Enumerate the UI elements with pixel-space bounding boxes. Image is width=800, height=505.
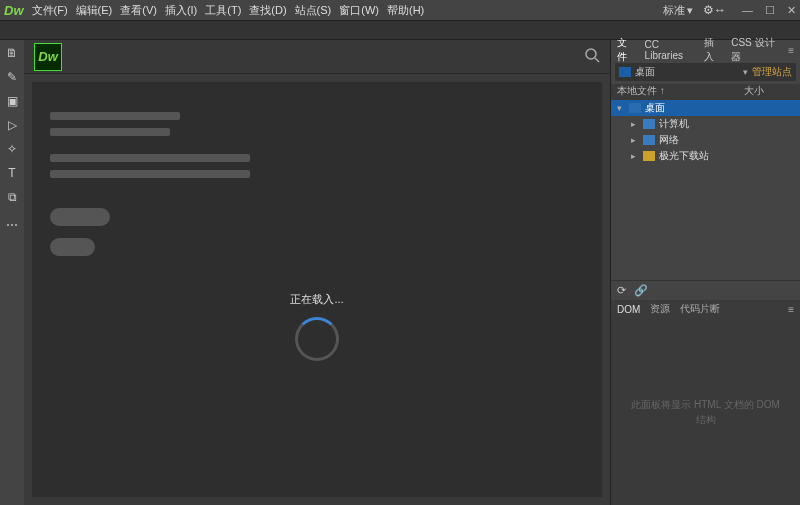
more-tools-icon[interactable]: ⋯ [5, 218, 19, 232]
copy-icon[interactable]: ⧉ [5, 190, 19, 204]
inspect-icon[interactable]: ▣ [5, 94, 19, 108]
tab-css-designer[interactable]: CSS 设计器 [731, 36, 778, 64]
svg-line-1 [595, 58, 599, 62]
sync-settings-icon[interactable]: ⚙↔ [703, 3, 726, 17]
tab-assets[interactable]: 资源 [650, 302, 670, 316]
type-icon[interactable]: T [5, 166, 19, 180]
menu-help[interactable]: 帮助(H) [387, 3, 424, 18]
chevron-down-icon: ▾ [743, 67, 748, 77]
expand-toggle-icon[interactable]: ▾ [617, 103, 625, 113]
tree-item-folder[interactable]: ▸ 极光下载站 [611, 148, 800, 164]
start-skeleton [32, 82, 602, 268]
tab-files[interactable]: 文件 [617, 36, 635, 64]
start-screen: 正在载入... [32, 82, 602, 497]
menu-file[interactable]: 文件(F) [32, 3, 68, 18]
panel-tabs-bottom: DOM 资源 代码片断 ≡ [611, 300, 800, 318]
svg-point-0 [586, 49, 596, 59]
tree-item-network[interactable]: ▸ 网络 [611, 132, 800, 148]
minimize-button[interactable]: — [742, 4, 753, 17]
menu-window[interactable]: 窗口(W) [339, 3, 379, 18]
expand-toggle-icon[interactable]: ▸ [631, 135, 639, 145]
right-panel-group: 文件 CC Libraries 插入 CSS 设计器 ≡ 桌面 ▾ 管理站点 本… [610, 40, 800, 505]
files-tree-empty [611, 170, 800, 280]
tab-insert[interactable]: 插入 [704, 36, 722, 64]
main-menu: 文件(F) 编辑(E) 查看(V) 插入(I) 工具(T) 查找(D) 站点(S… [32, 3, 425, 18]
manage-sites-link[interactable]: 管理站点 [752, 65, 792, 79]
files-column-headers: 本地文件 ↑ 大小 [611, 84, 800, 100]
link-icon[interactable]: 🔗 [634, 284, 648, 297]
maximize-button[interactable]: ☐ [765, 4, 775, 17]
loading-indicator: 正在载入... [32, 292, 602, 361]
files-tree: ▾ 桌面 ▸ 计算机 ▸ 网络 ▸ 极光下载站 [611, 100, 800, 170]
panel-menu-icon[interactable]: ≡ [788, 45, 794, 56]
left-tool-rail: 🗎 ✎ ▣ ▷ ✧ T ⧉ ⋯ [0, 40, 24, 505]
tree-label: 桌面 [645, 101, 665, 115]
expand-toggle-icon[interactable]: ▸ [631, 119, 639, 129]
computer-icon [643, 119, 655, 129]
tree-label: 网络 [659, 133, 679, 147]
tab-snippets[interactable]: 代码片断 [680, 302, 720, 316]
desktop-icon [629, 103, 641, 113]
network-icon [643, 135, 655, 145]
document-tab-bar: Dw [24, 40, 610, 74]
document-icon[interactable]: 🗎 [5, 46, 19, 60]
search-icon[interactable] [584, 47, 600, 66]
tree-root-desktop[interactable]: ▾ 桌面 [611, 100, 800, 116]
workspace-label: 标准 [663, 3, 685, 18]
tree-item-computer[interactable]: ▸ 计算机 [611, 116, 800, 132]
dom-panel-hint: 此面板将显示 HTML 文档的 DOM 结构 [611, 318, 800, 505]
menu-find[interactable]: 查找(D) [249, 3, 286, 18]
desktop-icon [619, 67, 631, 77]
menu-view[interactable]: 查看(V) [120, 3, 157, 18]
chevron-down-icon: ▾ [687, 4, 693, 17]
col-size[interactable]: 大小 [744, 84, 794, 100]
panel-tabs-top: 文件 CC Libraries 插入 CSS 设计器 ≡ [611, 40, 800, 60]
brush-icon[interactable]: ✎ [5, 70, 19, 84]
tab-dom[interactable]: DOM [617, 304, 640, 315]
tab-cc-libraries[interactable]: CC Libraries [645, 39, 694, 61]
dw-logo-tile: Dw [34, 43, 62, 71]
files-panel-toolbar: ⟳ 🔗 [611, 280, 800, 300]
tree-label: 极光下载站 [659, 149, 709, 163]
app-brand: Dw [4, 3, 24, 18]
workspace-switcher[interactable]: 标准 ▾ [663, 3, 693, 18]
menu-site[interactable]: 站点(S) [295, 3, 332, 18]
wand-icon[interactable]: ✧ [5, 142, 19, 156]
site-dropdown-label: 桌面 [635, 65, 655, 79]
folder-icon [643, 151, 655, 161]
expand-toggle-icon[interactable]: ▸ [631, 151, 639, 161]
spinner-icon [295, 317, 339, 361]
close-button[interactable]: ✕ [787, 4, 796, 17]
refresh-icon[interactable]: ⟳ [617, 284, 626, 297]
site-dropdown[interactable]: 桌面 ▾ 管理站点 [615, 63, 796, 81]
menu-edit[interactable]: 编辑(E) [76, 3, 113, 18]
panel-menu-icon[interactable]: ≡ [788, 304, 794, 315]
tree-label: 计算机 [659, 117, 689, 131]
loading-text: 正在载入... [290, 293, 343, 305]
col-local-files[interactable]: 本地文件 ↑ [617, 84, 744, 100]
preview-icon[interactable]: ▷ [5, 118, 19, 132]
document-toolbar [0, 20, 800, 40]
menu-tools[interactable]: 工具(T) [205, 3, 241, 18]
menu-bar: Dw 文件(F) 编辑(E) 查看(V) 插入(I) 工具(T) 查找(D) 站… [0, 0, 800, 20]
menu-insert[interactable]: 插入(I) [165, 3, 197, 18]
